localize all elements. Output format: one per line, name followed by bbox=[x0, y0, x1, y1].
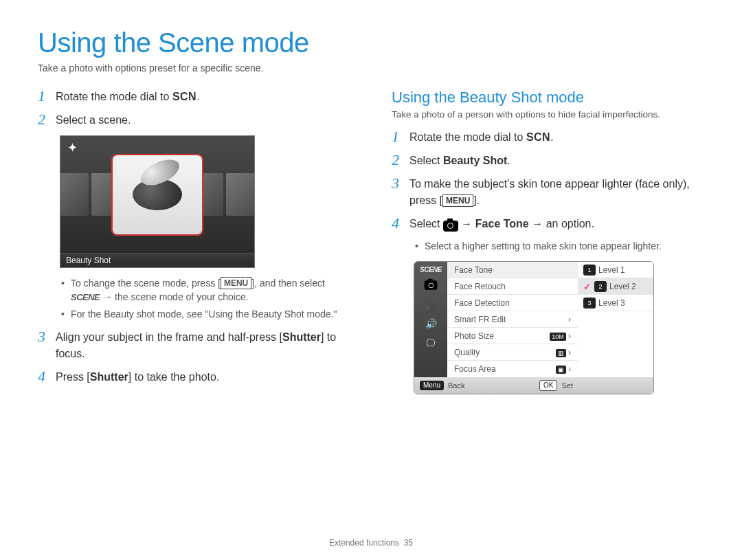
chevron-right-icon: › bbox=[568, 348, 571, 357]
step-text: Select a scene. bbox=[56, 112, 354, 128]
beauty-shot-heading: Using the Beauty Shot mode bbox=[392, 89, 708, 107]
menu-category-icons: SCENE 🎥 🔊 🖵 bbox=[414, 262, 447, 377]
camera-menu-figure: SCENE 🎥 🔊 🖵 Face Tone Face Retouch Face … bbox=[414, 261, 654, 394]
right-bullet-1: Select a higher setting to make skin ton… bbox=[415, 239, 708, 253]
step-number: 4 bbox=[38, 369, 56, 384]
scn-icon: SCN bbox=[172, 91, 196, 102]
menu-back-label: Back bbox=[448, 381, 464, 390]
scene-icon: SCENE bbox=[71, 292, 100, 302]
menu-ok-button[interactable]: OK bbox=[539, 380, 557, 391]
scene-category-icon: SCENE bbox=[420, 266, 442, 273]
left-column: 1 Rotate the mode dial to SCN. 2 Select … bbox=[38, 89, 354, 403]
step-number: 3 bbox=[392, 176, 409, 191]
sound-category-icon: 🔊 bbox=[421, 316, 440, 331]
face-level-icon: 3 bbox=[583, 298, 596, 309]
camera-category-icon bbox=[421, 278, 440, 293]
page-subtitle: Take a photo with options preset for a s… bbox=[38, 63, 708, 74]
right-column: Using the Beauty Shot mode Take a photo … bbox=[392, 89, 708, 403]
level-2-option[interactable]: ✓2Level 2 bbox=[578, 278, 653, 295]
left-step-4: 4 Press [Shutter] to take the photo. bbox=[38, 369, 354, 385]
step-number: 1 bbox=[392, 129, 409, 144]
focus-area-value-icon: ▣ bbox=[556, 366, 566, 374]
menu-set-label: Set bbox=[561, 381, 573, 390]
face-level-icon: 2 bbox=[594, 281, 607, 292]
sparkle-icon: ✦ bbox=[67, 140, 78, 155]
menu-item-face-retouch[interactable]: Face Retouch bbox=[447, 278, 578, 295]
menu-item-quality[interactable]: Quality▥ › bbox=[447, 344, 578, 361]
level-1-option[interactable]: 1Level 1 bbox=[578, 262, 653, 278]
chevron-right-icon: › bbox=[568, 331, 571, 341]
left-step-2: 2 Select a scene. bbox=[38, 112, 354, 128]
step-number: 2 bbox=[38, 112, 56, 127]
scn-icon: SCN bbox=[526, 131, 550, 143]
right-step-1: 1 Rotate the mode dial to SCN. bbox=[392, 129, 708, 146]
menu-item-face-tone[interactable]: Face Tone bbox=[447, 262, 578, 278]
beauty-shot-sub: Take a photo of a person with options to… bbox=[392, 109, 708, 120]
menu-items-column: Face Tone Face Retouch Face Detection Sm… bbox=[447, 262, 578, 377]
display-category-icon: 🖵 bbox=[421, 335, 440, 350]
face-level-icon: 1 bbox=[583, 265, 596, 276]
menu-item-photo-size[interactable]: Photo Size10M › bbox=[447, 328, 578, 344]
menu-item-face-detection[interactable]: Face Detection bbox=[447, 295, 578, 311]
beauty-shot-card bbox=[113, 155, 202, 234]
right-step-4: 4 Select → Face Tone → an option. bbox=[392, 216, 708, 232]
menu-icon: MENU bbox=[221, 277, 251, 289]
step-number: 4 bbox=[392, 216, 409, 231]
right-step-2: 2 Select Beauty Shot. bbox=[392, 153, 708, 169]
menu-back-button[interactable]: Menu bbox=[420, 381, 444, 390]
quality-value-icon: ▥ bbox=[556, 349, 566, 357]
compact-mirror-icon bbox=[133, 179, 182, 210]
level-3-option[interactable]: 3Level 3 bbox=[578, 295, 653, 311]
menu-item-smart-fr-edit[interactable]: Smart FR Edit› bbox=[447, 311, 578, 328]
check-icon: ✓ bbox=[583, 281, 592, 292]
menu-item-focus-area[interactable]: Focus Area▣ › bbox=[447, 361, 578, 377]
chevron-right-icon: › bbox=[568, 364, 571, 374]
left-step-1: 1 Rotate the mode dial to SCN. bbox=[38, 89, 354, 105]
menu-levels-column: 1Level 1 ✓2Level 2 3Level 3 bbox=[578, 262, 653, 377]
menu-icon: MENU bbox=[442, 194, 473, 207]
left-bullet-1: To change the scene mode, press [MENU], … bbox=[61, 276, 354, 304]
menu-footer: MenuBack OKSet bbox=[414, 377, 653, 394]
step-number: 2 bbox=[392, 153, 409, 168]
chevron-right-icon: › bbox=[568, 315, 571, 324]
left-step-3: 3 Align your subject in the frame and ha… bbox=[38, 329, 354, 362]
page-title: Using the Scene mode bbox=[38, 27, 708, 58]
step-text: Rotate the mode dial to bbox=[56, 91, 172, 102]
video-category-icon: 🎥 bbox=[421, 297, 440, 312]
scene-caption: Beauty Shot bbox=[60, 253, 254, 267]
right-step-3: 3 To make the subject's skin tone appear… bbox=[392, 176, 708, 209]
scene-selector-figure: ✦ Beauty Shot bbox=[60, 135, 255, 268]
photo-size-value: 10M bbox=[550, 333, 566, 341]
step-number: 1 bbox=[38, 89, 56, 104]
camera-icon bbox=[443, 221, 458, 232]
step-number: 3 bbox=[38, 329, 56, 344]
left-bullet-2: For the Beauty shot mode, see "Using the… bbox=[61, 307, 354, 321]
page-footer: Extended functions 35 bbox=[0, 538, 742, 548]
